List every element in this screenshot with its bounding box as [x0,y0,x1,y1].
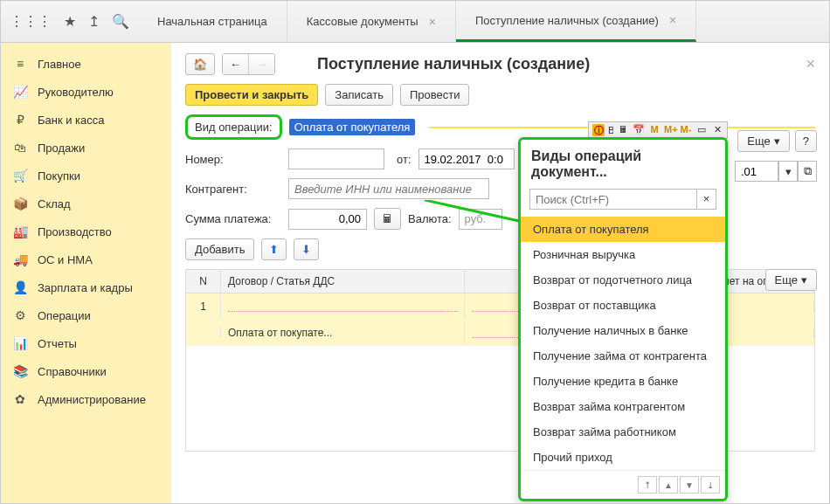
truck-icon: 🚚 [13,252,27,266]
flower-icon: ✿ [13,392,27,406]
sidebar-item-assets[interactable]: 🚚ОС и НМА [1,245,171,273]
factory-icon: 🏭 [13,224,27,238]
menu-icon: ≡ [13,57,27,71]
m-button[interactable]: M [648,124,661,136]
dropdown-button[interactable]: ▾ [778,161,798,182]
operation-types-popup: Виды операций документ... × Оплата от по… [518,137,728,501]
cart-icon: 🛒 [13,169,27,183]
sidebar-item-operations[interactable]: ⚙Операции [1,301,171,329]
topbar-icons: ⋮⋮⋮ ★ ↥ 🔍 [1,1,138,42]
back-button[interactable]: ← [223,54,249,74]
m-plus-button[interactable]: M+ [664,124,676,136]
sidebar-item-admin[interactable]: ✿Администрирование [1,385,171,413]
book-icon: 📚 [13,364,27,378]
add-button[interactable]: Добавить [185,238,254,260]
move-up-button[interactable]: ⬆ [261,238,287,260]
app-icon: ⓘ [592,124,605,136]
label-from: от: [397,153,412,166]
list-item[interactable]: Возврат займа работником [521,419,725,445]
ruble-icon: ₽ [13,113,27,127]
list-item[interactable]: Возврат от поставщика [521,293,725,318]
person-icon: 👤 [13,280,27,294]
close-icon[interactable]: × [429,15,436,29]
clear-search-button[interactable]: × [697,189,716,210]
popup-list: Оплата от покупателя Розничная выручка В… [521,217,725,470]
close-icon[interactable]: × [669,13,676,27]
sidebar-item-reports[interactable]: 📊Отчеты [1,329,171,357]
more-button[interactable]: Еще ▾ [737,130,789,152]
popup-search-input[interactable] [529,189,697,210]
post-button[interactable]: Провести [400,84,470,106]
sidebar-item-hr[interactable]: 👤Зарплата и кадры [1,273,171,301]
list-item[interactable]: Получение займа от контрагента [521,343,725,369]
label-summa: Сумма платежа: [185,212,281,225]
sidebar-item-warehouse[interactable]: 📦Склад [1,190,171,217]
label-number: Номер: [185,153,281,166]
gear-icon: ⚙ [13,308,27,322]
main-content: 🏠 ← → Поступление наличных (создание) × … [171,43,829,503]
right-column: Еще ▾ ? ▾ ⧉ Еще ▾ [735,130,817,291]
valuta-input[interactable] [459,209,502,230]
chart-icon: 📈 [13,85,27,99]
list-item[interactable]: Получение кредита в банке [521,369,725,394]
move-down-button[interactable]: ⬇ [294,238,319,260]
sidebar-item-purchases[interactable]: 🛒Покупки [1,162,171,190]
popup-title: Виды операций документ... [521,140,725,185]
scroll-top-button[interactable]: ⤒ [638,476,657,494]
close-icon[interactable]: ✕ [711,124,723,136]
list-item[interactable]: Прочий приход [521,445,725,470]
list-item[interactable]: Оплата от покупателя [521,217,725,242]
sidebar-item-bank[interactable]: ₽Банк и касса [1,106,171,134]
minimize-icon[interactable]: ▭ [695,124,708,136]
list-item[interactable]: Возврат от подотчетного лица [521,267,725,293]
scroll-up-button[interactable]: ▲ [659,476,678,494]
scroll-down-button[interactable]: ▼ [680,476,699,494]
th-contract[interactable]: Договор / Статья ДДС [221,270,465,293]
help-button[interactable]: ? [795,130,817,152]
page-title: Поступление наличных (создание) [317,55,590,73]
calendar-icon[interactable]: 📅 [633,124,645,136]
label-valuta: Валюта: [408,212,452,225]
sidebar-item-production[interactable]: 🏭Производство [1,217,171,245]
list-item[interactable]: Розничная выручка [521,242,725,267]
kontragent-input[interactable] [288,178,489,199]
forward-button[interactable]: → [249,54,274,74]
history-icon[interactable]: ↥ [88,13,100,30]
list-item[interactable]: Возврат займа контрагентом [521,394,725,419]
sidebar-item-main[interactable]: ≡Главное [1,50,171,78]
more-button-2[interactable]: Еще ▾ [765,269,817,291]
bag-icon: 🛍 [13,141,27,155]
th-n[interactable]: N [186,270,221,293]
save-button[interactable]: Записать [325,84,393,106]
calc-icon[interactable]: 🖩 [617,124,629,136]
date-input[interactable] [418,148,515,169]
search-icon[interactable]: 🔍 [112,13,129,30]
tab-receipt[interactable]: Поступление наличных (создание)× [456,1,696,42]
sidebar-item-sales[interactable]: 🛍Продажи [1,134,171,162]
label-kontragent: Контрагент: [185,183,281,196]
apps-icon[interactable]: ⋮⋮⋮ [10,13,52,30]
topbar: ⋮⋮⋮ ★ ↥ 🔍 Начальная страница Кассовые до… [1,1,829,43]
scroll-bottom-button[interactable]: ⤓ [701,476,720,494]
list-item[interactable]: Получение наличных в банке [521,318,725,343]
summa-input[interactable] [288,209,367,230]
number-input[interactable] [288,148,384,169]
tab-cash-docs[interactable]: Кассовые документы× [287,1,456,42]
tab-start[interactable]: Начальная страница [138,1,287,42]
vid-value[interactable]: Оплата от покупателя [289,119,416,135]
label-vid: Вид операции: [185,114,282,140]
post-close-button[interactable]: Провести и закрыть [185,84,318,106]
calc-icon[interactable]: 🖩 [374,208,401,230]
box-icon: 📦 [13,197,27,211]
calc-titlebar[interactable]: ⓘ В... (1... 🖩 📅 M M+ M- ▭ ✕ [588,121,728,139]
m-minus-button[interactable]: M- [680,124,692,136]
open-button[interactable]: ⧉ [798,161,817,182]
sidebar-item-dicts[interactable]: 📚Справочники [1,357,171,385]
star-icon[interactable]: ★ [64,13,76,30]
sidebar: ≡Главное 📈Руководителю ₽Банк и касса 🛍Пр… [1,43,171,503]
bars-icon: 📊 [13,336,27,350]
sidebar-item-manager[interactable]: 📈Руководителю [1,78,171,106]
extra-input[interactable] [735,161,778,182]
home-button[interactable]: 🏠 [185,53,215,75]
close-doc-button[interactable]: × [806,55,815,73]
